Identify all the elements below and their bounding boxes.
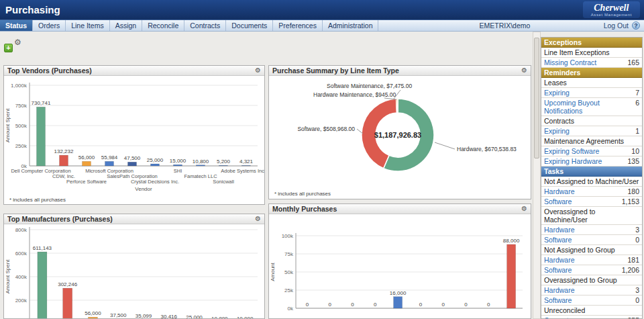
svg-text:Amount Spent: Amount Spent [5, 259, 11, 293]
svg-text:0: 0 [487, 302, 490, 308]
sidebar-link[interactable]: Software [544, 236, 635, 244]
sidebar-count: 3 [635, 226, 639, 234]
svg-text:Perforce Software: Perforce Software [66, 179, 107, 185]
scrollbar-thumb[interactable] [534, 38, 539, 158]
sidebar-link[interactable]: Software [544, 197, 622, 206]
sidebar-link[interactable]: Missing Contract [544, 58, 627, 66]
sidebar-subheader-row: Overassigned to Group [541, 275, 642, 285]
sidebar-link[interactable]: Hardware [544, 226, 635, 234]
sidebar-link[interactable]: Upcoming Buyout Notifications [544, 99, 635, 115]
panel-purchase-summary: Purchase Summary by Line Item Type ⚙ $1,… [268, 65, 531, 199]
panel-top-vendors: Top Vendors (Purchases) ⚙ 0k250k500k750k… [3, 65, 265, 205]
sidebar-count: 0 [635, 236, 639, 244]
panel-header: Top Manufacturers (Purchases) ⚙ [4, 214, 264, 224]
svg-text:56,000: 56,000 [85, 310, 101, 316]
tab-administration[interactable]: Administration [323, 20, 379, 31]
sidebar-subheader-row: Unreconciled [541, 306, 642, 316]
svg-text:0: 0 [441, 302, 445, 308]
sidebar: ExceptionsLine Item ExceptionsMissing Co… [541, 37, 643, 319]
svg-text:Software, $508,968.00: Software, $508,968.00 [297, 126, 355, 132]
sidebar-header-row: Reminders [541, 68, 642, 78]
vertical-scrollbar[interactable] [533, 32, 541, 319]
panel-top-manufacturers: Top Manufacturers (Purchases) ⚙ 0k200k40… [3, 214, 265, 319]
svg-text:Sonicwall: Sonicwall [213, 179, 234, 185]
purchase-summary-donut-chart: $1,187,926.83Software, $508,968.00Hardwa… [269, 76, 531, 189]
sidebar-count: 180 [627, 187, 639, 195]
sidebar-link[interactable]: Computers [544, 316, 627, 319]
sidebar-link[interactable]: Expiring Software [544, 147, 631, 155]
svg-text:37,500: 37,500 [110, 312, 127, 318]
svg-text:Software Maintenance, $7,475.0: Software Maintenance, $7,475.00 [327, 83, 412, 89]
logout-button[interactable]: Log Out [604, 21, 629, 30]
chart-footnote: * includes all purchases [4, 197, 264, 204]
sidebar-link-row: Expiring1 [541, 126, 642, 136]
svg-text:$1,187,926.83: $1,187,926.83 [374, 131, 421, 139]
sidebar-count: 10 [631, 147, 639, 155]
svg-text:200k: 200k [15, 298, 28, 304]
tab-contracts[interactable]: Contracts [184, 20, 226, 31]
svg-text:132,232: 132,232 [54, 148, 74, 154]
svg-text:500k: 500k [15, 123, 28, 129]
tab-bar: Status Orders Line Items Assign Reconcil… [0, 20, 644, 32]
svg-text:0: 0 [374, 302, 377, 308]
svg-text:Crystal Decisions Inc.: Crystal Decisions Inc. [131, 179, 179, 185]
tab-preferences[interactable]: Preferences [273, 20, 323, 31]
sidebar-link[interactable]: Hardware [544, 187, 627, 195]
sidebar-subheader-row: Line Item Exceptions [541, 48, 642, 58]
svg-text:1,000k: 1,000k [11, 83, 28, 89]
tab-status[interactable]: Status [0, 20, 33, 31]
panel-title: Top Manufacturers (Purchases) [7, 215, 113, 223]
svg-text:25,000: 25,000 [147, 157, 164, 163]
sidebar-subheader-row: Maintenance Agreements [541, 136, 642, 146]
svg-text:0: 0 [419, 302, 423, 308]
svg-text:56,000: 56,000 [78, 154, 95, 161]
sidebar-subheader-row: Contracts [541, 116, 642, 126]
panel-gear-icon[interactable]: ⚙ [255, 67, 261, 74]
help-icon[interactable]: ? [632, 21, 640, 30]
sidebar-link[interactable]: Hardware [544, 256, 627, 264]
svg-text:750k: 750k [15, 103, 28, 109]
svg-text:0k: 0k [288, 306, 294, 312]
brand-name: Cherwell [591, 3, 632, 13]
svg-text:47,500: 47,500 [124, 155, 141, 161]
svg-text:250k: 250k [15, 143, 28, 149]
tab-line-items[interactable]: Line Items [66, 20, 109, 31]
tab-reconcile[interactable]: Reconcile [142, 20, 184, 31]
svg-text:10,000: 10,000 [237, 316, 254, 319]
sidebar-link[interactable]: Expiring Hardware [544, 157, 627, 165]
panel-gear-icon[interactable]: ⚙ [255, 216, 261, 222]
sidebar-link[interactable]: Software [544, 296, 635, 304]
sidebar-link-row: Software0 [541, 235, 642, 245]
sidebar-count: 1 [635, 127, 639, 135]
title-bar: Purchasing Cherwell Asset Management [0, 0, 644, 20]
svg-text:88,000: 88,000 [503, 238, 520, 244]
svg-text:4,321: 4,321 [239, 158, 254, 165]
panel-gear-icon[interactable]: ⚙ [521, 67, 527, 74]
sidebar-link-row: Computers255 [541, 316, 642, 319]
sidebar-link[interactable]: Hardware [544, 286, 635, 294]
sidebar-link[interactable]: Expiring [544, 89, 635, 97]
cherwell-logo: Cherwell Asset Management [583, 1, 640, 18]
tab-documents[interactable]: Documents [226, 20, 273, 31]
top-manufacturers-chart: 0k200k400k600k800kAmount Spent611,143302… [4, 224, 264, 319]
svg-text:25k: 25k [284, 287, 294, 293]
sidebar-link-row: Software1,206 [541, 265, 642, 275]
svg-text:10,800: 10,800 [193, 158, 209, 165]
panel-title: Purchase Summary by Line Item Type [272, 66, 399, 75]
tab-orders[interactable]: Orders [33, 20, 66, 31]
svg-text:30,416: 30,416 [161, 314, 178, 319]
sidebar-count: 3 [635, 286, 639, 294]
panel-header: Purchase Summary by Line Item Type ⚙ [269, 66, 531, 76]
sidebar-link[interactable]: Expiring [544, 127, 635, 135]
add-panel-button[interactable]: + [4, 44, 13, 52]
panel-monthly-purchases: Monthly Purchases ⚙ 0k25k50k75k100kAmoun… [268, 203, 531, 319]
sidebar-count: 6 [635, 99, 639, 107]
sidebar-link-row: Expiring Hardware135 [541, 156, 642, 167]
svg-text:400k: 400k [15, 274, 28, 280]
page-settings-gear-icon[interactable]: ⚙ [14, 38, 21, 47]
sidebar-header-row: Tasks [541, 167, 642, 177]
sidebar-link[interactable]: Software [544, 266, 622, 274]
tab-assign[interactable]: Assign [110, 20, 143, 31]
panel-gear-icon[interactable]: ⚙ [521, 206, 527, 212]
svg-text:5,200: 5,200 [217, 158, 231, 165]
